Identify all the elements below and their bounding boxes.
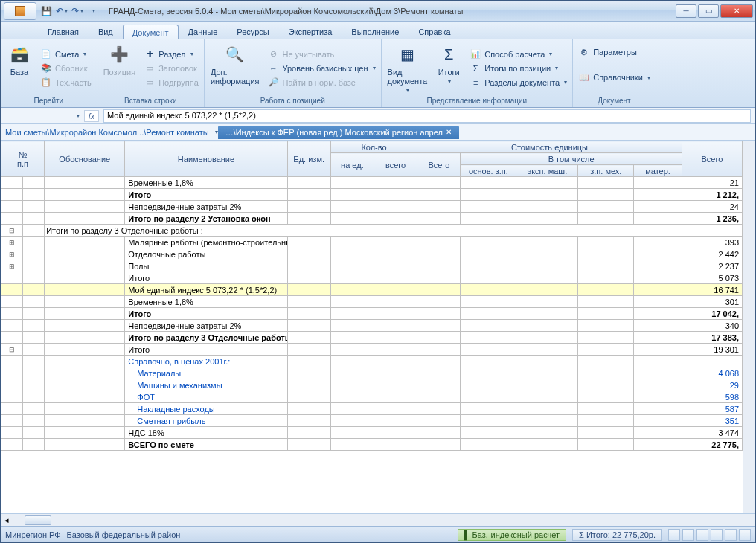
status-region1[interactable]: Минрегион РФ [5, 530, 61, 539]
table-row[interactable]: Непредвиденные затраты 2%24 [1, 201, 743, 213]
col-just[interactable]: Обоснование [45, 141, 125, 177]
vertical-scrollbar[interactable] [743, 141, 755, 513]
menu-tab-6[interactable]: Выполнение [342, 24, 409, 39]
base-button[interactable]: 🗃️ База [3, 41, 36, 95]
gear-icon: ⚙ [578, 46, 590, 58]
menu-tab-1[interactable]: Вид [89, 24, 123, 39]
sposob-button[interactable]: 📊Способ расчета▾ [467, 48, 570, 61]
close-tab-icon[interactable]: ✕ [446, 128, 452, 136]
ipoz-button[interactable]: ΣИтоги по позиции▾ [467, 62, 570, 75]
table-row[interactable]: Сметная прибыль351 [1, 415, 743, 427]
table-row[interactable]: Временные 1,8%21 [1, 177, 743, 189]
status-total[interactable]: Σ Итого: 22 775,20р. [572, 529, 662, 541]
qat-dropdown-icon[interactable]: ▾ [86, 4, 100, 18]
col-cost[interactable]: Стоимость единицы [417, 141, 682, 153]
col-em[interactable]: эксп. маш. [516, 165, 578, 177]
smeta-button[interactable]: 📄Смета▾ [37, 48, 94, 61]
razd-button[interactable]: ≡Разделы документа▾ [467, 76, 570, 89]
table-row[interactable]: ⊞Полы2 237 [1, 260, 743, 272]
status-icon-4[interactable] [711, 529, 723, 541]
table-row[interactable]: ВСЕГО по смете22 775, [1, 439, 743, 451]
tech-button[interactable]: 📋Тех.часть [37, 76, 94, 89]
table-row[interactable]: ⊟Итоги по разделу 3 Отделочные работы : [1, 225, 743, 237]
table-row[interactable]: НДС 18%3 474 [1, 427, 743, 439]
horizontal-scrollbar[interactable]: ◂ [1, 513, 755, 526]
document-tabs-row: Мои сметы\Микрорайон Комсомол...\Ремонт … [1, 124, 755, 141]
ignore-button[interactable]: ⊘Не учитывать [265, 48, 379, 61]
table-row[interactable]: Мой единый индекс 5 073,22 * (1,5*2,2)16… [1, 284, 743, 296]
status-icon-6[interactable] [739, 529, 751, 541]
status-region2[interactable]: Базовый федеральный район [67, 530, 181, 539]
menu-tab-5[interactable]: Экспертиза [279, 24, 342, 39]
table-row[interactable]: Непредвиденные затраты 2%340 [1, 320, 743, 332]
viddoc-button[interactable]: ▦ Вид документа▾ [384, 41, 432, 95]
table-row[interactable]: Итого по разделу 2 Установка окон1 236, [1, 213, 743, 225]
subgroup-button[interactable]: ▭Подгруппа [141, 76, 202, 89]
undo-icon[interactable]: ↶▾ [55, 4, 68, 18]
status-icon-2[interactable] [682, 529, 694, 541]
menu-tab-0[interactable]: Главная [38, 24, 89, 39]
maximize-button[interactable]: ▭ [698, 4, 719, 18]
sprav-label: Справочники [593, 73, 643, 82]
table-row[interactable]: Материалы4 068 [1, 367, 743, 379]
itogi-button[interactable]: Σ Итоги▾ [432, 41, 465, 95]
minimize-button[interactable]: ─ [676, 4, 696, 18]
save-icon[interactable]: 💾 [39, 4, 53, 18]
table-row[interactable]: ⊞Отделочные работы2 442 [1, 248, 743, 260]
razdel-button[interactable]: ✚Раздел▾ [141, 48, 202, 61]
status-icon-1[interactable] [668, 529, 680, 541]
header-button[interactable]: ▭Заголовок [141, 62, 202, 75]
sbornik-button[interactable]: 📚Сборник [37, 62, 94, 75]
close-button[interactable]: ✕ [720, 4, 753, 18]
status-icon-5[interactable] [725, 529, 737, 541]
formula-history-dropdown[interactable]: ▾ [77, 112, 80, 119]
find-button[interactable]: 🔎Найти в норм. базе [265, 76, 379, 89]
formula-input[interactable]: Мой единый индекс 5 073,22 * (1,5*2,2) [103, 109, 751, 123]
sprav-button[interactable]: 📖Справочники▾ [575, 71, 653, 84]
col-qe[interactable]: на ед. [330, 153, 374, 177]
table-row[interactable]: Итого1 212, [1, 189, 743, 201]
col-qt[interactable]: всего [374, 153, 417, 177]
col-vtom[interactable]: В том числе [461, 153, 682, 165]
data-grid[interactable]: № п.п Обоснование Наименование Ед. изм. … [1, 141, 743, 513]
ignore-label: Не учитывать [283, 50, 335, 59]
table-row[interactable]: Итого по разделу 3 Отделочные работы17 3… [1, 332, 743, 344]
table-row[interactable]: Накладные расходы587 [1, 403, 743, 415]
table-row[interactable]: Машины и механизмы29 [1, 379, 743, 391]
col-num[interactable]: № п.п [1, 141, 45, 177]
table-row[interactable]: ⊟Итого19 301 [1, 344, 743, 356]
col-mat[interactable]: матер. [634, 165, 682, 177]
menu-tab-2[interactable]: Документ [123, 25, 179, 39]
col-total[interactable]: Всего [682, 141, 742, 177]
razdel-label: Раздел [158, 50, 185, 59]
sigma-icon: Σ [437, 42, 461, 66]
base-label: База [10, 68, 28, 77]
redo-icon[interactable]: ↷▾ [71, 4, 84, 18]
position-button[interactable]: ➕ Позиция [100, 41, 140, 95]
table-row[interactable]: Итого5 073 [1, 272, 743, 284]
app-menu-button[interactable] [4, 2, 36, 20]
table-row[interactable]: Временные 1,8%301 [1, 296, 743, 308]
level-button[interactable]: ↔Уровень базисных цен▾ [265, 62, 379, 75]
calc-mode-pill[interactable]: ▌ Баз.-индексный расчет [458, 529, 566, 541]
fx-icon[interactable]: fx [84, 110, 99, 122]
status-icon-3[interactable] [696, 529, 708, 541]
col-qty[interactable]: Кол-во [330, 141, 417, 153]
col-ozp[interactable]: основ. з.п. [461, 165, 516, 177]
menu-tab-4[interactable]: Ресурсы [227, 24, 278, 39]
table-row[interactable]: ФОТ598 [1, 391, 743, 403]
table-row[interactable]: Справочно, в ценах 2001г.: [1, 356, 743, 367]
params-button[interactable]: ⚙Параметры [575, 45, 653, 59]
breadcrumb[interactable]: Мои сметы\Микрорайон Комсомол...\Ремонт … [1, 128, 214, 137]
dopinfo-button[interactable]: 🔍 Доп. информация [207, 41, 263, 95]
menu-tab-7[interactable]: Справка [409, 24, 460, 39]
search-icon: 🔍 [223, 42, 247, 66]
menu-tab-3[interactable]: Данные [179, 24, 228, 39]
active-doc-tab[interactable]: …\Индексы к ФЕР (новая ред.) Московский … [218, 126, 459, 139]
col-all[interactable]: Всего [417, 153, 461, 177]
col-name[interactable]: Наименование [125, 141, 287, 177]
col-zm[interactable]: з.п. мех. [578, 165, 634, 177]
table-row[interactable]: Итого17 042, [1, 308, 743, 320]
table-row[interactable]: ⊞Малярные работы (ремонтно-строительные)… [1, 237, 743, 248]
col-unit[interactable]: Ед. изм. [287, 141, 330, 177]
